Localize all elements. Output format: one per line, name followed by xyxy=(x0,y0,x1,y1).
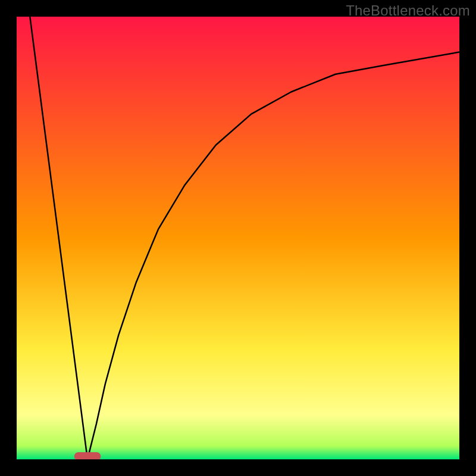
gradient-background xyxy=(17,17,459,459)
watermark-text: TheBottleneck.com xyxy=(346,2,470,19)
chart-svg xyxy=(17,17,459,459)
bottom-pill xyxy=(74,452,101,459)
plot-area xyxy=(17,17,459,459)
chart-container: TheBottleneck.com xyxy=(0,0,476,476)
